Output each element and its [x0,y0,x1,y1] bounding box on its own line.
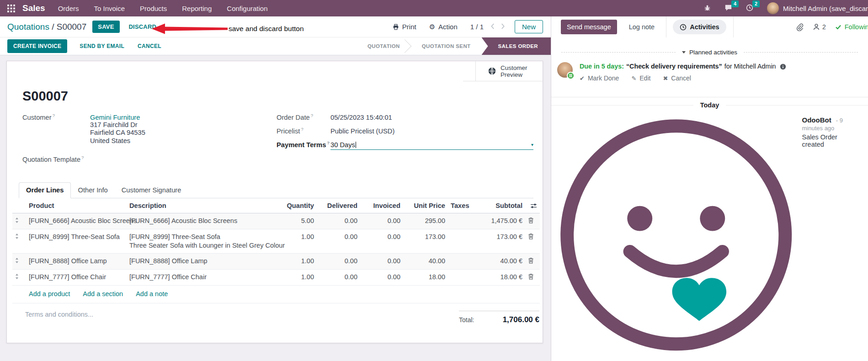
unit-price-cell[interactable]: 295.00 [403,213,448,229]
following-button[interactable]: Following [835,23,868,31]
order-date-value[interactable]: 05/25/2023 15:40:01 [330,114,392,121]
add-a-product-link[interactable]: Add a product [29,290,70,297]
help-marker: ? [53,113,55,118]
send-message-button[interactable]: Send message [561,20,617,34]
menu-configuration[interactable]: Configuration [227,5,267,12]
apps-grid-icon[interactable] [5,3,18,14]
quantity-cell[interactable]: 5.00 [275,213,317,229]
delivered-cell[interactable]: 0.00 [317,229,360,254]
info-icon[interactable] [780,64,786,70]
user-name[interactable]: Mitchell Admin (save_discar [783,5,868,12]
quantity-cell[interactable]: 1.00 [275,229,317,254]
chevron-down-icon[interactable]: ▾ [531,142,533,147]
quantity-cell[interactable]: 1.00 [275,270,317,286]
menu-to-invoice[interactable]: To Invoice [94,5,125,12]
status-sales-order[interactable]: SALES ORDER [482,37,551,55]
log-note-button[interactable]: Log note [624,20,659,34]
menu-orders[interactable]: Orders [58,5,79,12]
messages-icon[interactable]: 4 [724,4,732,13]
product-cell[interactable]: [FURN_7777] Office Chair [26,270,127,286]
status-quotation-sent[interactable]: QUOTATION SENT [411,37,482,55]
pricelist-value[interactable]: Public Pricelist (USD) [330,127,394,135]
order-line-row: [FURN_6666] Acoustic Bloc Screens [FURN_… [12,213,540,229]
menu-reporting[interactable]: Reporting [182,5,212,12]
invoiced-cell[interactable]: 0.00 [360,229,403,254]
edit-activity-button[interactable]: ✎Edit [631,74,650,82]
trash-icon[interactable] [528,217,534,224]
add-a-note-link[interactable]: Add a note [136,290,168,297]
menu-products[interactable]: Products [140,5,167,12]
delivered-cell[interactable]: 0.00 [317,270,360,286]
attachment-paperclip-icon[interactable] [796,23,804,31]
drag-handle-icon[interactable] [15,274,19,279]
trash-icon[interactable] [528,273,534,280]
planned-activities-label: Planned activities [689,49,737,56]
invoiced-cell[interactable]: 0.00 [360,270,403,286]
discard-button[interactable]: DISCARD [125,21,160,33]
action-button[interactable]: ⚙ Action [429,23,458,31]
quotation-template-field: Quotation Template? [22,155,277,163]
text-cursor [356,142,356,148]
message-header: OdooBot - 9 minutes ago [802,116,861,132]
unit-price-cell[interactable]: 173.00 [403,229,448,254]
description-column-header: Description [127,198,275,213]
send-by-email-button[interactable]: SEND BY EMAIL [79,39,125,53]
debug-bug-icon[interactable] [704,4,711,13]
app-name[interactable]: Sales [22,3,45,13]
terms-and-conditions-placeholder[interactable]: Terms and conditions... [25,311,93,318]
description-cell[interactable]: [FURN_8888] Office Lamp [127,254,275,270]
activities-clock-icon[interactable]: 2 [746,4,753,13]
quantity-column-header: Quantity [275,198,317,213]
invoiced-cell[interactable]: 0.00 [360,254,403,270]
pager-next-icon[interactable] [498,22,508,32]
drag-handle-icon[interactable] [15,258,19,263]
print-button[interactable]: Print [393,23,416,31]
product-cell[interactable]: [FURN_8888] Office Lamp [26,254,127,270]
mark-done-button[interactable]: ✔Mark Done [580,74,619,82]
trash-icon[interactable] [528,233,534,240]
delivered-cell[interactable]: 0.00 [317,213,360,229]
optional-columns-icon[interactable] [530,203,537,209]
description-cell[interactable]: [FURN_6666] Acoustic Bloc Screens [127,213,275,229]
cancel-activity-button[interactable]: ✖Cancel [663,74,691,82]
customer-preview-button[interactable]: Customer Preview [475,61,543,81]
taxes-cell[interactable] [448,254,474,270]
tab-order-lines[interactable]: Order Lines [19,182,71,198]
add-a-section-link[interactable]: Add a section [83,290,123,297]
breadcrumb-quotations-link[interactable]: Quotations [7,22,49,32]
cancel-button[interactable]: CANCEL [137,39,162,53]
description-cell[interactable]: [FURN_7777] Office Chair [127,270,275,286]
gear-icon: ⚙ [429,23,435,30]
tab-other-info[interactable]: Other Info [71,183,114,198]
invoiced-cell[interactable]: 0.00 [360,213,403,229]
unit-price-cell[interactable]: 40.00 [403,254,448,270]
drag-handle-icon[interactable] [15,234,19,239]
create-invoice-button[interactable]: CREATE INVOICE [7,39,67,53]
save-button[interactable]: SAVE [92,21,119,33]
planned-activities-toggle[interactable]: Planned activities [559,48,861,56]
customer-link[interactable]: Gemini Furniture [90,114,140,121]
taxes-cell[interactable] [448,213,474,229]
user-avatar[interactable] [767,2,779,14]
description-cell[interactable]: [FURN_8999] Three-Seat SofaThree Seater … [127,229,275,254]
quantity-cell[interactable]: 1.00 [275,254,317,270]
drag-handle-icon[interactable] [15,218,19,223]
help-marker: ? [81,155,84,160]
new-button[interactable]: New [515,20,543,33]
activities-button[interactable]: Activities [673,20,726,34]
following-label: Following [845,23,868,31]
trash-icon[interactable] [528,257,534,264]
topbar-right: 4 2 Mitchell Admin (save_discar [704,2,868,14]
product-cell[interactable]: [FURN_8999] Three-Seat Sofa [26,229,127,254]
tab-customer-signature[interactable]: Customer Signature [115,183,188,198]
taxes-cell[interactable] [448,270,474,286]
delete-cell [525,213,540,229]
taxes-cell[interactable] [448,229,474,254]
pager-previous-icon[interactable] [487,22,498,32]
followers-button[interactable]: 2 [813,23,826,31]
row-handle-cell [12,229,26,254]
delivered-cell[interactable]: 0.00 [317,254,360,270]
product-cell[interactable]: [FURN_6666] Acoustic Bloc Screens [26,213,127,229]
unit-price-cell[interactable]: 18.00 [403,270,448,286]
payment-terms-input[interactable]: 30 Days ▾ [330,141,533,150]
